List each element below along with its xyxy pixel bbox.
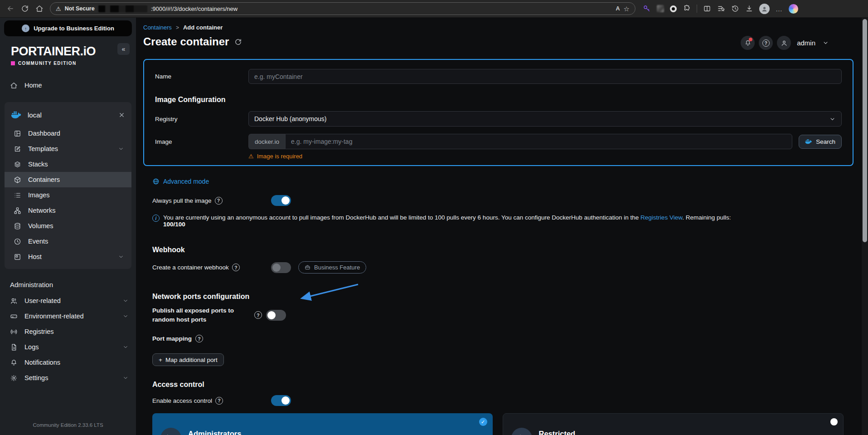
redacted-host bbox=[98, 5, 147, 12]
chevron-down-icon bbox=[118, 146, 124, 152]
option-title: Restricted bbox=[539, 430, 748, 435]
sidebar-item-label: Home bbox=[24, 82, 42, 89]
access-option-restricted[interactable]: Restricted I want to restrict the manage… bbox=[503, 413, 844, 435]
sidebar-item-volumes[interactable]: Volumes bbox=[5, 218, 131, 234]
sidebar-item-containers[interactable]: Containers bbox=[5, 172, 131, 187]
main-content: Containers > Add container Create contai… bbox=[136, 18, 862, 435]
username-label: admin bbox=[797, 39, 815, 47]
map-additional-port-button[interactable]: + Map additional port bbox=[152, 353, 224, 366]
circle-extension-icon[interactable] bbox=[670, 5, 677, 12]
sidebar-item-networks[interactable]: Networks bbox=[5, 203, 131, 218]
registry-select[interactable]: Docker Hub (anonymous) bbox=[248, 111, 842, 127]
header-actions: ? admin bbox=[741, 36, 829, 50]
upgrade-label: Upgrade to Business Edition bbox=[34, 25, 114, 32]
gear-icon bbox=[10, 374, 18, 382]
sidebar-item-label: Notifications bbox=[24, 359, 60, 366]
sidebar-item-home[interactable]: Home bbox=[0, 78, 136, 93]
server-icon bbox=[10, 313, 18, 320]
help-icon[interactable]: ? bbox=[195, 335, 203, 342]
unselected-radio[interactable] bbox=[830, 418, 838, 425]
sidebar-item-images[interactable]: Images bbox=[5, 187, 131, 203]
environment-header[interactable]: local bbox=[5, 105, 131, 126]
chevron-down-icon bbox=[122, 344, 129, 350]
sidebar-item-environment-related[interactable]: Environment-related bbox=[0, 308, 136, 324]
plus-icon: + bbox=[159, 357, 162, 363]
browser-menu-icon[interactable]: … bbox=[776, 5, 783, 13]
history-icon[interactable] bbox=[731, 5, 739, 13]
brand-block: PORTAINER.iO COMMUNITY EDITION bbox=[0, 36, 136, 66]
refresh-page-icon[interactable] bbox=[234, 38, 242, 46]
sidebar-item-label: Settings bbox=[24, 374, 48, 381]
sidebar-collapse-button[interactable]: « bbox=[117, 43, 130, 55]
host-icon bbox=[14, 253, 21, 261]
browser-back-icon[interactable] bbox=[6, 5, 15, 13]
sidebar-item-settings[interactable]: Settings bbox=[0, 370, 136, 386]
webhook-toggle[interactable] bbox=[271, 262, 291, 273]
notification-dot bbox=[749, 38, 752, 41]
browser-refresh-icon[interactable] bbox=[21, 5, 29, 13]
sidebar-item-stacks[interactable]: Stacks bbox=[5, 156, 131, 172]
sidebar-item-host[interactable]: Host bbox=[5, 249, 131, 264]
container-form-panel: Name Image Configuration Registry Docker… bbox=[143, 59, 853, 166]
info-icon: i bbox=[152, 215, 160, 222]
scrollbar-thumb[interactable] bbox=[863, 19, 867, 242]
help-icon[interactable]: ? bbox=[232, 264, 240, 271]
sidebar-item-label: Images bbox=[28, 191, 50, 199]
password-manager-extension-icon[interactable] bbox=[643, 5, 651, 13]
sidebar-item-notifications[interactable]: Notifications bbox=[0, 355, 136, 370]
help-button[interactable]: ? bbox=[759, 36, 773, 50]
sidebar-item-dashboard[interactable]: Dashboard bbox=[5, 126, 131, 141]
sidebar-item-templates[interactable]: Templates bbox=[5, 141, 131, 156]
extensions-puzzle-icon[interactable] bbox=[683, 5, 691, 13]
registry-label: Registry bbox=[155, 116, 248, 122]
user-avatar-button[interactable] bbox=[777, 36, 791, 50]
users-icon bbox=[516, 433, 527, 435]
close-environment-icon[interactable] bbox=[118, 112, 125, 118]
help-icon[interactable]: ? bbox=[254, 311, 262, 319]
access-control-toggle[interactable] bbox=[271, 395, 291, 406]
note-text: . Remaining pulls: bbox=[682, 214, 731, 221]
version-label: Community Edition 2.33.6 LTS bbox=[0, 422, 136, 428]
favorite-star-icon[interactable]: ☆ bbox=[624, 5, 630, 12]
chevron-down-icon bbox=[122, 313, 129, 319]
browser-home-icon[interactable] bbox=[35, 5, 44, 13]
split-screen-icon[interactable] bbox=[703, 5, 711, 13]
blurred-extension-icon[interactable] bbox=[657, 5, 664, 12]
publish-ports-toggle[interactable] bbox=[266, 310, 286, 321]
selected-check-icon[interactable]: ✓ bbox=[479, 418, 487, 426]
sidebar-item-registries[interactable]: Registries bbox=[0, 324, 136, 339]
always-pull-toggle[interactable] bbox=[271, 195, 291, 206]
collections-icon[interactable] bbox=[717, 5, 725, 13]
briefcase-icon bbox=[305, 264, 310, 270]
sidebar-item-user-related[interactable]: User-related bbox=[0, 293, 136, 308]
sidebar-item-label: Containers bbox=[28, 176, 60, 183]
name-input[interactable] bbox=[248, 69, 842, 84]
breadcrumb-containers-link[interactable]: Containers bbox=[143, 24, 172, 31]
read-aloud-icon[interactable]: A bbox=[616, 5, 620, 12]
user-menu-chevron-icon[interactable] bbox=[822, 39, 829, 46]
chevron-down-icon bbox=[122, 298, 129, 304]
help-icon[interactable]: ? bbox=[215, 197, 223, 205]
upgrade-business-button[interactable]: ↑ Upgrade to Business Edition bbox=[4, 20, 132, 36]
sidebar-item-events[interactable]: Events bbox=[5, 234, 131, 249]
search-image-button[interactable]: Search bbox=[799, 135, 842, 149]
page-scrollbar[interactable] bbox=[862, 18, 868, 435]
advanced-mode-link[interactable]: Advanced mode bbox=[152, 178, 862, 185]
address-bar[interactable]: ⚠ Not Secure :9000/#!/3/docker/container… bbox=[50, 2, 635, 15]
copilot-icon[interactable] bbox=[789, 4, 798, 14]
registries-view-link[interactable]: Registries View bbox=[640, 214, 682, 221]
access-option-administrators[interactable]: Administrators I want to restrict the ma… bbox=[152, 413, 493, 435]
sidebar: ↑ Upgrade to Business Edition « PORTAINE… bbox=[0, 18, 136, 435]
downloads-icon[interactable] bbox=[745, 5, 753, 13]
help-icon[interactable]: ? bbox=[215, 397, 223, 405]
image-input[interactable] bbox=[285, 134, 792, 149]
image-configuration-heading: Image Configuration bbox=[155, 96, 842, 104]
browser-profile-avatar[interactable] bbox=[759, 4, 770, 14]
not-secure-warning-icon: ⚠ bbox=[56, 5, 61, 12]
question-icon: ? bbox=[762, 39, 770, 47]
sidebar-item-label: User-related bbox=[24, 297, 61, 304]
notifications-bell-button[interactable] bbox=[741, 36, 755, 50]
images-icon bbox=[14, 191, 21, 199]
sidebar-item-logs[interactable]: Logs bbox=[0, 339, 136, 355]
sidebar-item-label: Events bbox=[28, 238, 48, 245]
